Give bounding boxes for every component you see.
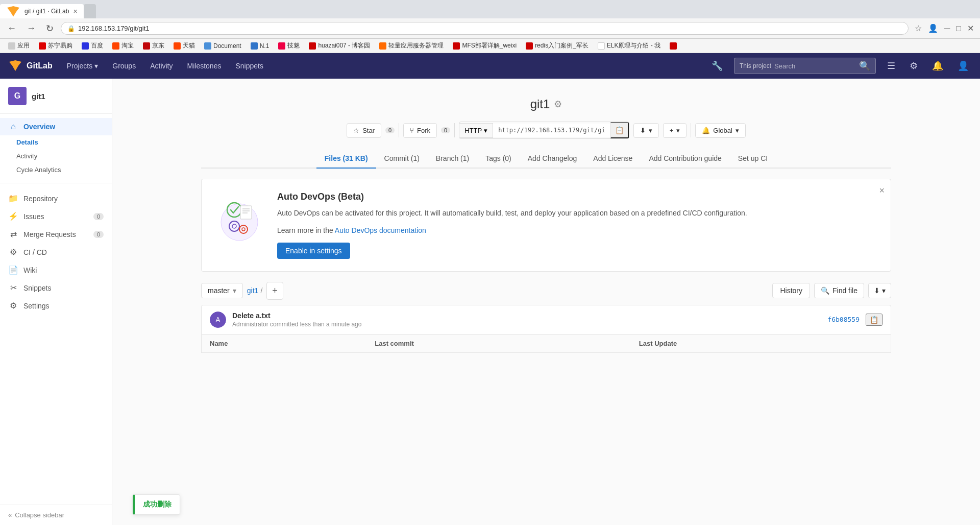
- bookmark-extra[interactable]: [666, 41, 681, 51]
- active-tab[interactable]: git / git1 · GitLab ×: [0, 4, 84, 18]
- sidebar-item-ci-cd[interactable]: ⚙ CI / CD: [0, 243, 112, 261]
- http-dropdown-btn[interactable]: HTTP ▾: [459, 123, 493, 138]
- gitlab-logo[interactable]: GitLab: [8, 59, 53, 73]
- fork-btn[interactable]: ⑂ Fork: [403, 123, 437, 138]
- download-btn[interactable]: ⬇ ▾: [633, 123, 659, 138]
- forward-btn[interactable]: →: [23, 22, 39, 35]
- bookmark-taobao[interactable]: 淘宝: [108, 40, 138, 51]
- commit-hash[interactable]: f6b08559: [827, 316, 860, 323]
- star-count: 0: [385, 127, 395, 133]
- bookmark-n1[interactable]: N.1: [247, 41, 274, 51]
- nav-files[interactable]: Files (31 KB): [316, 149, 376, 169]
- enable-settings-btn[interactable]: Enable in settings: [277, 243, 350, 259]
- bookmark-favicon: [526, 42, 533, 50]
- wrench-icon-btn[interactable]: 🔧: [708, 57, 726, 75]
- sidebar-item-details[interactable]: Details: [0, 135, 112, 149]
- sidebar-merge-label: Merge Requests: [23, 230, 76, 238]
- address-bar[interactable]: 🔒 192.168.153.179/git/git1: [61, 22, 909, 35]
- sidebar-toggle-btn[interactable]: ☰: [884, 57, 898, 75]
- autodevops-close-btn[interactable]: ×: [879, 185, 885, 196]
- sidebar-item-cycle-analytics[interactable]: Cycle Analytics: [0, 163, 112, 177]
- autodevops-banner: ×: [201, 179, 891, 272]
- history-btn[interactable]: History: [772, 283, 810, 298]
- bookmark-jingdong[interactable]: 京东: [139, 40, 168, 51]
- nav-milestones[interactable]: Milestones: [181, 59, 228, 73]
- sidebar-item-activity[interactable]: Activity: [0, 149, 112, 163]
- tab-close-btn[interactable]: ×: [73, 7, 77, 15]
- user-avatar-btn[interactable]: 👤: [954, 57, 972, 75]
- bookmark-favicon: [453, 42, 460, 50]
- sidebar-item-wiki[interactable]: 📄 Wiki: [0, 261, 112, 279]
- bookmark-jimei[interactable]: 技魅: [274, 40, 304, 51]
- bookmark-favicon: [598, 42, 605, 50]
- bookmark-baidu[interactable]: 百度: [78, 40, 107, 51]
- minimize-btn[interactable]: ─: [942, 21, 952, 35]
- bookmark-tianmao[interactable]: 天猫: [169, 40, 199, 51]
- branch-dropdown[interactable]: master ▾: [201, 283, 243, 298]
- breadcrumb-repo-link[interactable]: git1: [247, 287, 259, 295]
- commit-copy-btn[interactable]: 📋: [866, 314, 883, 326]
- sidebar-item-snippets[interactable]: ✂ Snippets: [0, 279, 112, 297]
- project-settings-gear-icon[interactable]: ⚙: [554, 99, 562, 110]
- file-table-header: Name Last commit Last Update: [202, 335, 891, 353]
- nav-branch[interactable]: Branch (1): [428, 149, 477, 169]
- merge-request-icon-btn[interactable]: ⚙: [906, 57, 921, 75]
- notification-icon-btn[interactable]: 🔔: [929, 57, 946, 75]
- inactive-tab[interactable]: [84, 4, 96, 18]
- search-btn[interactable]: 🔍: [859, 60, 870, 71]
- sidebar-item-issues[interactable]: ⚡ Issues 0: [0, 207, 112, 225]
- search-input[interactable]: [774, 62, 856, 70]
- sidebar-item-settings[interactable]: ⚙ Settings: [0, 297, 112, 315]
- nav-tags[interactable]: Tags (0): [477, 149, 520, 169]
- add-file-btn[interactable]: +: [266, 282, 283, 300]
- star-btn[interactable]: ☆ Star: [347, 123, 381, 138]
- nav-snippets[interactable]: Snippets: [229, 59, 269, 73]
- download-dropdown-btn[interactable]: ⬇ ▾: [868, 283, 891, 298]
- back-btn[interactable]: ←: [4, 22, 19, 35]
- sidebar-item-repository[interactable]: 📁 Repository: [0, 189, 112, 207]
- bookmark-label: 百度: [91, 41, 103, 50]
- sidebar-avatar: G: [8, 87, 27, 105]
- sidebar-header: G git1: [0, 79, 112, 114]
- autodevops-docs-link[interactable]: Auto DevOps documentation: [335, 226, 426, 234]
- sidebar-overview-label: Overview: [23, 123, 55, 131]
- bookmark-favicon: [278, 42, 285, 50]
- breadcrumb-separator: /: [260, 287, 262, 295]
- nav-setup-ci[interactable]: Set up CI: [730, 149, 776, 169]
- notification-bell-btn[interactable]: 🔔 Global ▾: [695, 123, 746, 138]
- nav-commit[interactable]: Commit (1): [376, 149, 428, 169]
- bookmark-apps[interactable]: 应用: [4, 40, 34, 51]
- nav-add-contribution[interactable]: Add Contribution guide: [641, 149, 729, 169]
- bookmark-label: 苏宁易购: [48, 41, 72, 50]
- maximize-btn[interactable]: □: [954, 21, 963, 35]
- bookmark-btn[interactable]: ☆: [913, 21, 924, 35]
- refresh-btn[interactable]: ↻: [43, 22, 57, 35]
- profile-btn[interactable]: 👤: [926, 21, 940, 35]
- bookmark-redis[interactable]: redis入门案例_军长: [522, 40, 593, 51]
- nav-activity[interactable]: Activity: [144, 59, 179, 73]
- bookmark-huazai[interactable]: huazai007 - 博客园: [305, 40, 374, 51]
- nav-projects[interactable]: Projects ▾: [61, 59, 105, 73]
- sidebar-item-overview[interactable]: ⌂ Overview: [0, 118, 112, 135]
- plus-btn[interactable]: + ▾: [663, 123, 687, 138]
- branch-chevron-icon: ▾: [233, 287, 236, 295]
- bookmark-document[interactable]: Document: [200, 41, 246, 51]
- bookmark-mfs[interactable]: MFS部署详解_weixi: [449, 40, 521, 51]
- download-dropdown-chevron: ▾: [882, 287, 886, 295]
- bookmark-suning[interactable]: 苏宁易购: [35, 40, 77, 51]
- sidebar-main-section: 📁 Repository ⚡ Issues 0 ⇄ Merge Requests…: [0, 185, 112, 319]
- sidebar-collapse-btn[interactable]: « Collapse sidebar: [0, 505, 112, 525]
- find-file-btn[interactable]: 🔍 Find file: [814, 283, 864, 298]
- commit-message: Delete a.txt: [232, 312, 821, 320]
- snippets-icon: ✂: [8, 283, 18, 293]
- nav-add-changelog[interactable]: Add Changelog: [520, 149, 585, 169]
- sidebar-item-merge-requests[interactable]: ⇄ Merge Requests 0: [0, 225, 112, 243]
- nav-groups[interactable]: Groups: [106, 59, 142, 73]
- nav-add-license[interactable]: Add License: [585, 149, 641, 169]
- close-btn[interactable]: ✕: [965, 21, 976, 35]
- url-copy-btn[interactable]: 📋: [610, 122, 629, 138]
- bookmark-elk[interactable]: ELK原理与介绍 - 我: [594, 40, 665, 51]
- sidebar-project-name: git1: [32, 92, 45, 101]
- top-nav-links: Projects ▾ Groups Activity Milestones Sn…: [61, 59, 270, 73]
- bookmark-qingliang[interactable]: 轻量应用服务器管理: [375, 40, 448, 51]
